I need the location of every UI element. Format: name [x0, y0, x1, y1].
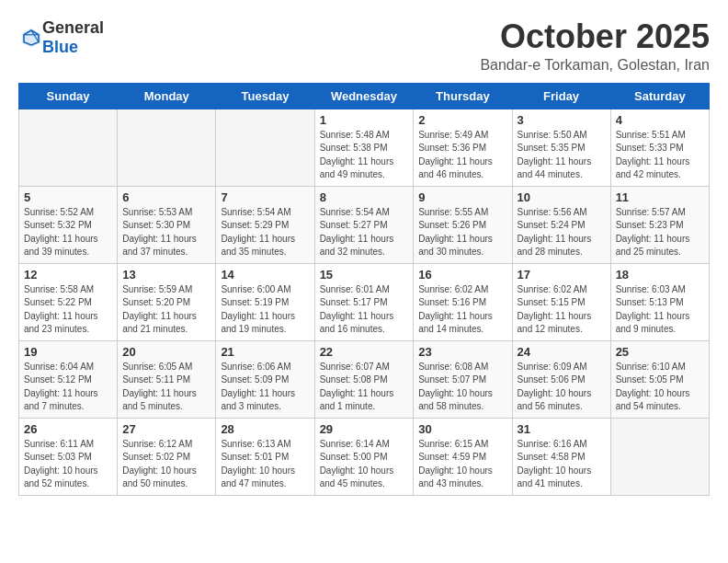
day-number: 30: [418, 422, 506, 436]
day-number: 10: [518, 190, 606, 204]
day-number: 23: [418, 345, 506, 359]
day-info: Sunrise: 6:06 AM Sunset: 5:09 PM Dayligh…: [221, 361, 309, 414]
table-row: 16Sunrise: 6:02 AM Sunset: 5:16 PM Dayli…: [414, 263, 512, 340]
col-sunday: Sunday: [19, 83, 118, 109]
table-row: 29Sunrise: 6:14 AM Sunset: 5:00 PM Dayli…: [314, 418, 414, 495]
table-row: 30Sunrise: 6:15 AM Sunset: 4:59 PM Dayli…: [414, 418, 512, 495]
day-number: 29: [320, 422, 409, 436]
calendar-week-row: 12Sunrise: 5:58 AM Sunset: 5:22 PM Dayli…: [19, 263, 710, 340]
table-row: [19, 109, 118, 186]
col-wednesday: Wednesday: [314, 83, 414, 109]
day-info: Sunrise: 6:05 AM Sunset: 5:11 PM Dayligh…: [122, 361, 210, 414]
col-tuesday: Tuesday: [216, 83, 314, 109]
day-number: 13: [122, 268, 210, 282]
table-row: 8Sunrise: 5:54 AM Sunset: 5:27 PM Daylig…: [314, 186, 414, 263]
logo-icon: [20, 27, 42, 49]
day-number: 9: [418, 190, 506, 204]
day-number: 28: [221, 422, 309, 436]
table-row: 17Sunrise: 6:02 AM Sunset: 5:15 PM Dayli…: [512, 263, 610, 340]
table-row: [216, 109, 314, 186]
day-info: Sunrise: 5:49 AM Sunset: 5:36 PM Dayligh…: [418, 129, 506, 182]
table-row: 5Sunrise: 5:52 AM Sunset: 5:32 PM Daylig…: [19, 186, 118, 263]
day-number: 4: [616, 113, 704, 127]
day-info: Sunrise: 6:04 AM Sunset: 5:12 PM Dayligh…: [24, 361, 112, 414]
table-row: 28Sunrise: 6:13 AM Sunset: 5:01 PM Dayli…: [216, 418, 314, 495]
table-row: 11Sunrise: 5:57 AM Sunset: 5:23 PM Dayli…: [610, 186, 709, 263]
table-row: 18Sunrise: 6:03 AM Sunset: 5:13 PM Dayli…: [610, 263, 709, 340]
day-number: 24: [518, 345, 606, 359]
table-row: 22Sunrise: 6:07 AM Sunset: 5:08 PM Dayli…: [314, 340, 414, 418]
calendar-header-row: Sunday Monday Tuesday Wednesday Thursday…: [19, 83, 710, 109]
table-row: 31Sunrise: 6:16 AM Sunset: 4:58 PM Dayli…: [512, 418, 610, 495]
table-row: 6Sunrise: 5:53 AM Sunset: 5:30 PM Daylig…: [118, 186, 216, 263]
table-row: 19Sunrise: 6:04 AM Sunset: 5:12 PM Dayli…: [19, 340, 118, 418]
table-row: 1Sunrise: 5:48 AM Sunset: 5:38 PM Daylig…: [314, 109, 414, 186]
day-number: 12: [24, 268, 112, 282]
table-row: 21Sunrise: 6:06 AM Sunset: 5:09 PM Dayli…: [216, 340, 314, 418]
day-info: Sunrise: 5:51 AM Sunset: 5:33 PM Dayligh…: [616, 129, 704, 182]
day-number: 7: [221, 190, 309, 204]
day-info: Sunrise: 6:02 AM Sunset: 5:16 PM Dayligh…: [418, 283, 506, 337]
day-info: Sunrise: 6:00 AM Sunset: 5:19 PM Dayligh…: [221, 283, 309, 337]
table-row: 23Sunrise: 6:08 AM Sunset: 5:07 PM Dayli…: [414, 340, 512, 418]
day-info: Sunrise: 6:01 AM Sunset: 5:17 PM Dayligh…: [320, 283, 409, 337]
day-info: Sunrise: 6:02 AM Sunset: 5:15 PM Dayligh…: [518, 283, 606, 337]
day-number: 25: [616, 345, 704, 359]
day-info: Sunrise: 5:53 AM Sunset: 5:30 PM Dayligh…: [122, 206, 210, 259]
calendar-week-row: 19Sunrise: 6:04 AM Sunset: 5:12 PM Dayli…: [19, 340, 710, 418]
calendar-week-row: 26Sunrise: 6:11 AM Sunset: 5:03 PM Dayli…: [19, 418, 710, 495]
day-number: 31: [518, 422, 606, 436]
day-info: Sunrise: 5:50 AM Sunset: 5:35 PM Dayligh…: [518, 129, 606, 182]
title-section: October 2025 Bandar-e Torkaman, Golestan…: [480, 18, 710, 74]
day-info: Sunrise: 6:10 AM Sunset: 5:05 PM Dayligh…: [616, 361, 704, 414]
table-row: 4Sunrise: 5:51 AM Sunset: 5:33 PM Daylig…: [610, 109, 709, 186]
day-info: Sunrise: 6:13 AM Sunset: 5:01 PM Dayligh…: [221, 438, 309, 491]
day-number: 17: [518, 268, 606, 282]
table-row: 9Sunrise: 5:55 AM Sunset: 5:26 PM Daylig…: [414, 186, 512, 263]
day-info: Sunrise: 6:07 AM Sunset: 5:08 PM Dayligh…: [320, 361, 409, 414]
calendar-week-row: 1Sunrise: 5:48 AM Sunset: 5:38 PM Daylig…: [19, 109, 710, 186]
col-saturday: Saturday: [610, 83, 709, 109]
col-thursday: Thursday: [414, 83, 512, 109]
day-number: 16: [418, 268, 506, 282]
day-number: 18: [616, 268, 704, 282]
table-row: [610, 418, 709, 495]
day-info: Sunrise: 5:58 AM Sunset: 5:22 PM Dayligh…: [24, 283, 112, 337]
day-number: 5: [24, 190, 112, 204]
day-number: 2: [418, 113, 506, 127]
logo: General Blue: [18, 18, 104, 57]
table-row: 26Sunrise: 6:11 AM Sunset: 5:03 PM Dayli…: [19, 418, 118, 495]
day-info: Sunrise: 6:08 AM Sunset: 5:07 PM Dayligh…: [418, 361, 506, 414]
day-number: 21: [221, 345, 309, 359]
day-info: Sunrise: 6:11 AM Sunset: 5:03 PM Dayligh…: [24, 438, 112, 491]
day-info: Sunrise: 6:14 AM Sunset: 5:00 PM Dayligh…: [320, 438, 409, 491]
day-info: Sunrise: 6:12 AM Sunset: 5:02 PM Dayligh…: [122, 438, 210, 491]
logo-name: General Blue: [42, 18, 104, 57]
calendar-table: Sunday Monday Tuesday Wednesday Thursday…: [18, 83, 710, 496]
day-number: 26: [24, 422, 112, 436]
table-row: 3Sunrise: 5:50 AM Sunset: 5:35 PM Daylig…: [512, 109, 610, 186]
month-title: October 2025: [480, 18, 710, 55]
day-info: Sunrise: 5:54 AM Sunset: 5:29 PM Dayligh…: [221, 206, 309, 259]
day-number: 6: [122, 190, 210, 204]
table-row: 12Sunrise: 5:58 AM Sunset: 5:22 PM Dayli…: [19, 263, 118, 340]
day-number: 11: [616, 190, 704, 204]
day-number: 20: [122, 345, 210, 359]
table-row: 14Sunrise: 6:00 AM Sunset: 5:19 PM Dayli…: [216, 263, 314, 340]
location-subtitle: Bandar-e Torkaman, Golestan, Iran: [480, 57, 710, 74]
table-row: [118, 109, 216, 186]
table-row: 10Sunrise: 5:56 AM Sunset: 5:24 PM Dayli…: [512, 186, 610, 263]
day-info: Sunrise: 6:03 AM Sunset: 5:13 PM Dayligh…: [616, 283, 704, 337]
page-header: General Blue October 2025 Bandar-e Torka…: [18, 18, 710, 74]
table-row: 13Sunrise: 5:59 AM Sunset: 5:20 PM Dayli…: [118, 263, 216, 340]
day-number: 14: [221, 268, 309, 282]
day-info: Sunrise: 6:09 AM Sunset: 5:06 PM Dayligh…: [518, 361, 606, 414]
col-friday: Friday: [512, 83, 610, 109]
day-info: Sunrise: 5:48 AM Sunset: 5:38 PM Dayligh…: [320, 129, 409, 182]
col-monday: Monday: [118, 83, 216, 109]
table-row: 2Sunrise: 5:49 AM Sunset: 5:36 PM Daylig…: [414, 109, 512, 186]
day-info: Sunrise: 6:15 AM Sunset: 4:59 PM Dayligh…: [418, 438, 506, 491]
day-number: 8: [320, 190, 409, 204]
table-row: 27Sunrise: 6:12 AM Sunset: 5:02 PM Dayli…: [118, 418, 216, 495]
day-info: Sunrise: 5:59 AM Sunset: 5:20 PM Dayligh…: [122, 283, 210, 337]
